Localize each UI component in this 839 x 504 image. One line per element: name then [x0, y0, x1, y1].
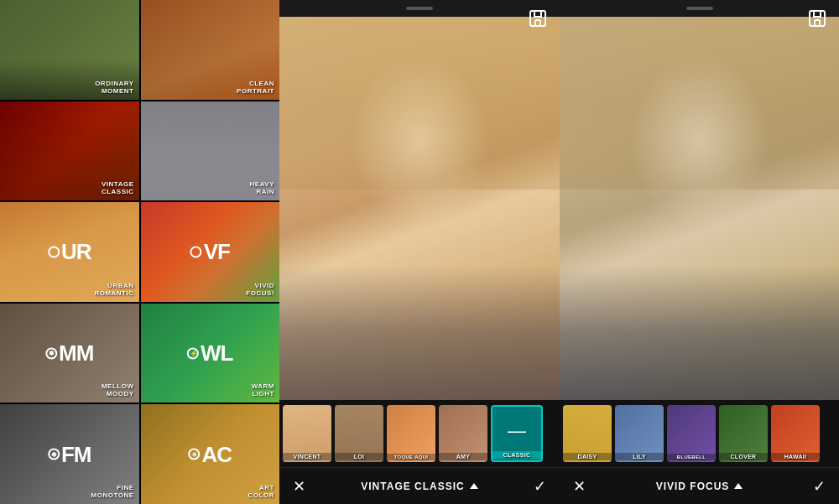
svg-rect-1: [534, 11, 541, 17]
filter-bluebell-label: BLUEBELL: [667, 454, 716, 460]
middle-save-icon[interactable]: [528, 8, 551, 32]
middle-panel: VINCENT LOI TOQUE AQUI AMY — CLASSIC ✕ V…: [279, 0, 560, 504]
filter-amy[interactable]: AMY: [439, 405, 487, 462]
middle-cancel-button[interactable]: ✕: [293, 477, 305, 496]
tile-fine-label: FINE MONOTONE: [91, 484, 134, 499]
tile-art-label: ART COLOR: [248, 484, 274, 499]
tile-vintage-classic[interactable]: VINTAGE CLASSIC: [0, 101, 139, 201]
tile-urban-label: URBAN ROMANTIC: [94, 282, 133, 297]
filter-lily-label: LILY: [615, 453, 664, 460]
middle-arrow-up-icon: [470, 483, 478, 489]
svg-rect-4: [814, 11, 821, 17]
tile-clean-portrait[interactable]: CLEAN PORTRAIT: [141, 0, 280, 100]
tile-warm-light[interactable]: ⚡WL WARM LIGHT: [141, 304, 280, 403]
tile-fine-monotone[interactable]: ✱FM FINE MONOTONE: [0, 404, 139, 504]
filter-toque-aqui[interactable]: TOQUE AQUI: [387, 405, 435, 462]
tile-clean-label: CLEAN PORTRAIT: [237, 80, 274, 95]
middle-filter-strip: VINCENT LOI TOQUE AQUI AMY — CLASSIC: [279, 400, 560, 467]
middle-photo: [279, 17, 560, 400]
tile-vivid-focus[interactable]: VF VIVID FOCUS!: [141, 202, 280, 302]
right-cancel-button[interactable]: ✕: [573, 477, 586, 496]
right-filter-label: VIVID FOCUS: [656, 481, 743, 492]
filter-amy-label: AMY: [439, 453, 487, 460]
middle-filter-label: VINTAGE CLASSIC: [361, 481, 477, 492]
right-filter-strip: DAISY LILY BLUEBELL CLOVER HAWAII: [560, 400, 839, 467]
filter-lily[interactable]: LILY: [615, 405, 664, 462]
middle-confirm-button[interactable]: ✓: [534, 477, 546, 496]
right-save-icon[interactable]: [807, 8, 831, 32]
svg-rect-2: [535, 20, 540, 26]
filter-clover-label: CLOVER: [719, 453, 768, 460]
tile-heavy-label: HEAVY RAIN: [250, 180, 274, 195]
middle-top-bar: [279, 0, 560, 17]
filter-bluebell[interactable]: BLUEBELL: [667, 405, 716, 462]
filter-hawaii-label: HAWAII: [771, 453, 820, 460]
filter-loi[interactable]: LOI: [335, 405, 383, 462]
tile-urban-romantic[interactable]: UR URBAN ROMANTIC: [0, 202, 139, 302]
tile-warm-label: WARM LIGHT: [252, 382, 274, 397]
right-confirm-button[interactable]: ✓: [813, 477, 826, 496]
tile-mellow-label: MELLOW MOODY: [102, 382, 134, 397]
right-arrow-up-icon: [734, 483, 743, 489]
right-top-bar: [560, 0, 839, 17]
filter-daisy[interactable]: DAISY: [563, 405, 612, 462]
filter-loi-label: LOI: [335, 453, 383, 460]
filter-hawaii[interactable]: HAWAII: [771, 405, 820, 462]
right-bottom-bar: ✕ VIVID FOCUS ✓: [560, 467, 839, 504]
filter-grid: ORDINARY MOMENT CLEAN PORTRAIT VINTAGE C…: [0, 0, 279, 504]
filter-classic[interactable]: — CLASSIC: [491, 405, 543, 462]
tile-vivid-label: VIVID FOCUS!: [246, 282, 274, 297]
filter-classic-label: CLASSIC: [492, 451, 541, 459]
svg-rect-3: [810, 11, 825, 26]
filter-vincent-label: VINCENT: [283, 453, 331, 460]
tile-ordinary-moment[interactable]: ORDINARY MOMENT: [0, 0, 139, 100]
filter-vincent[interactable]: VINCENT: [283, 405, 331, 462]
right-photo: [560, 17, 839, 400]
tile-mellow-moody[interactable]: ✱MM MELLOW MOODY: [0, 304, 139, 403]
tile-art-color[interactable]: ☀AC ART COLOR: [141, 404, 280, 504]
svg-rect-5: [815, 20, 820, 26]
filter-daisy-label: DAISY: [563, 453, 612, 460]
filter-toque-aqui-label: TOQUE AQUI: [387, 454, 435, 460]
tile-vintage-label: VINTAGE CLASSIC: [102, 180, 134, 195]
middle-bottom-bar: ✕ VINTAGE CLASSIC ✓: [279, 467, 560, 504]
svg-rect-0: [530, 11, 545, 26]
tile-heavy-rain[interactable]: HEAVY RAIN: [141, 101, 280, 201]
right-top-indicator: [686, 7, 713, 10]
tile-ordinary-label: ORDINARY MOMENT: [95, 80, 133, 95]
middle-top-indicator: [406, 7, 433, 10]
filter-clover[interactable]: CLOVER: [719, 405, 768, 462]
right-panel: DAISY LILY BLUEBELL CLOVER HAWAII ✕ VIVI…: [560, 0, 839, 504]
